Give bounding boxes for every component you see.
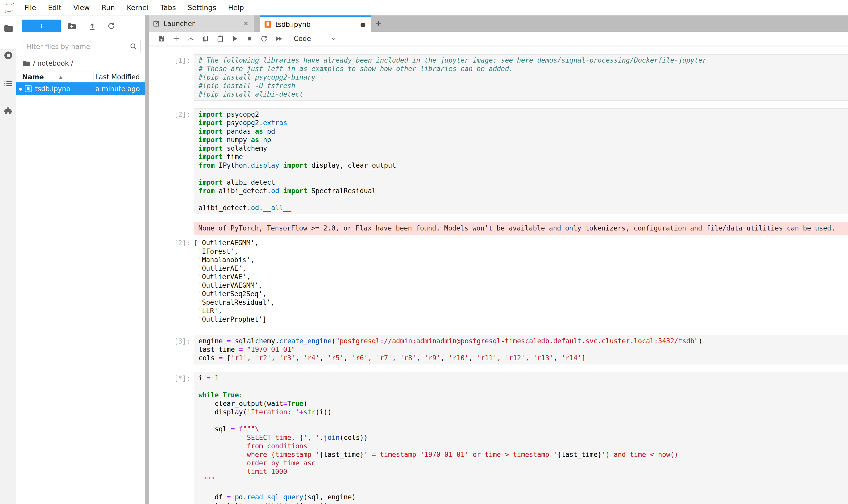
execute-result-text: ['OutlierAEGMM', 'IForest', 'Mahalanobis… <box>194 236 274 324</box>
menu-item-tabs[interactable]: Tabs <box>155 0 182 15</box>
code-line: import numpy as np <box>199 136 848 144</box>
menu-item-kernel[interactable]: Kernel <box>121 0 155 15</box>
cell-output-prompt: [2]: <box>149 236 194 247</box>
notebook-code-cell[interactable]: [3]:engine = sqlalchemy.create_engine("p… <box>149 335 848 364</box>
code-line <box>199 195 848 204</box>
breadcrumb[interactable]: / notebook / <box>22 58 73 69</box>
notebook-content[interactable]: [1]:# The following libraries have alrea… <box>149 46 848 504</box>
new-folder-icon[interactable] <box>67 22 76 30</box>
home-folder-icon[interactable] <box>22 59 30 67</box>
menu-items: FileEditViewRunKernelTabsSettingsHelp <box>19 0 250 15</box>
code-line: # These are just left in as examples to … <box>199 65 848 73</box>
code-line: order by time asc <box>199 459 848 467</box>
cell-type-dropdown[interactable]: Code <box>294 35 337 42</box>
filter-files-input[interactable] <box>22 43 129 51</box>
refresh-icon[interactable] <box>107 22 115 30</box>
table-of-contents-icon[interactable] <box>4 79 13 88</box>
extensions-icon[interactable] <box>4 106 13 115</box>
code-line: cols = ['r1', 'r2', 'r3', 'r4', 'r5', 'r… <box>199 354 848 362</box>
cell-output-area: [2]:['OutlierAEGMM', 'IForest', 'Mahalan… <box>149 236 848 324</box>
unsaved-changes-icon[interactable]: ● <box>359 21 367 28</box>
new-launcher-button[interactable]: + <box>22 20 61 32</box>
plus-icon <box>375 20 382 28</box>
menu-item-view[interactable]: View <box>67 0 95 15</box>
tab-bar: Launcher✕tsdb.ipynb● <box>149 15 848 32</box>
breadcrumb-path: / notebook / <box>33 59 73 67</box>
cell-input-editor[interactable]: import psycopg2import psycopg2.extrasimp… <box>194 108 848 214</box>
file-row-tsdb-ipynb[interactable]: ●tsdb.ipynba minute ago <box>16 83 145 95</box>
cell-input-editor[interactable]: i = 1 while True: clear_output(wait=True… <box>194 372 848 504</box>
close-icon[interactable]: ✕ <box>242 20 250 27</box>
upload-icon[interactable] <box>88 22 96 30</box>
tab-launcher[interactable]: Launcher✕ <box>149 15 254 32</box>
sort-ascending-icon[interactable]: ▲ <box>59 75 62 79</box>
cell-input-editor[interactable]: engine = sqlalchemy.create_engine("postg… <box>194 335 848 364</box>
code-line: SELECT time, {', '.join(cols)} <box>199 433 848 442</box>
chevron-down-icon <box>330 35 337 42</box>
notebook-code-cell[interactable]: [2]:import psycopg2import psycopg2.extra… <box>149 108 848 214</box>
code-line: from conditions <box>199 442 848 450</box>
paste-cells-button[interactable] <box>213 34 228 44</box>
filter-files-box <box>22 40 141 53</box>
code-line <box>199 382 848 391</box>
restart-kernel-button[interactable] <box>257 34 271 44</box>
menu-item-settings[interactable]: Settings <box>182 0 222 15</box>
code-line: clear_output(wait=True) <box>199 399 848 408</box>
cell-type-value: Code <box>294 35 311 42</box>
menu-item-file[interactable]: File <box>19 0 42 15</box>
interrupt-kernel-button[interactable] <box>242 34 257 44</box>
restart-run-all-button[interactable] <box>271 34 286 44</box>
menu-item-help[interactable]: Help <box>222 0 250 15</box>
save-button[interactable] <box>154 34 169 44</box>
kernel-running-dot: ● <box>16 87 24 91</box>
code-line: #!pip install alibi-detect <box>199 90 848 98</box>
running-kernels-icon[interactable] <box>4 51 13 60</box>
file-list-header: Name ▲ Last Modified <box>16 72 145 83</box>
launcher-icon <box>153 20 160 27</box>
code-line: last_time = df['time'].max() <box>199 501 848 504</box>
jupyter-logo-icon <box>3 2 15 14</box>
tab-label: tsdb.ipynb <box>275 21 359 28</box>
code-line: while True: <box>199 391 848 399</box>
tab-tsdb-ipynb[interactable]: tsdb.ipynb● <box>260 15 371 32</box>
file-list: ●tsdb.ipynba minute ago <box>16 83 145 95</box>
file-browser-icon[interactable] <box>4 24 13 33</box>
code-line: sql = f"""\ <box>199 425 848 433</box>
new-tab-button[interactable] <box>371 15 386 32</box>
notebook-code-cell[interactable]: [1]:# The following libraries have alrea… <box>149 54 848 101</box>
code-line: import alibi_detect <box>199 178 848 187</box>
code-line: #!pip install -U tsfresh <box>199 82 848 90</box>
cut-cells-button[interactable]: ✂ <box>183 34 198 44</box>
code-line: df = pd.read_sql_query(sql, engine) <box>199 493 848 501</box>
code-line <box>199 484 848 493</box>
code-line: #!pip install psycopg2-binary <box>199 73 848 82</box>
jupyterlab-window: FileEditViewRunKernelTabsSettingsHelp <box>0 0 848 504</box>
copy-cells-button[interactable] <box>198 34 213 44</box>
code-line: engine = sqlalchemy.create_engine("postg… <box>199 337 848 345</box>
panel-splitter[interactable] <box>145 15 149 504</box>
notebook-toolbar: ✂ Code <box>149 32 848 46</box>
cell-input-prompt: [3]: <box>149 335 194 346</box>
stderr-output: None of PyTorch, TensorFlow >= 2.0, or F… <box>194 222 848 235</box>
cell-input-editor[interactable]: # The following libraries have already b… <box>194 54 848 101</box>
file-browser-panel: + <box>16 15 145 504</box>
code-line: import psycopg2 <box>199 110 848 119</box>
code-line: from alibi_detect.od import SpectralResi… <box>199 187 848 195</box>
notebook-code-cell[interactable]: [*]:i = 1 while True: clear_output(wait=… <box>149 372 848 504</box>
column-last-modified[interactable]: Last Modified <box>95 73 140 81</box>
add-cell-button[interactable] <box>169 34 183 44</box>
column-divider <box>93 73 94 80</box>
code-line: last_time = "1970-01-01" <box>199 345 848 354</box>
menu-item-run[interactable]: Run <box>96 0 121 15</box>
run-cell-button[interactable] <box>228 34 242 44</box>
code-line: # The following libraries have already b… <box>199 56 848 65</box>
menu-item-edit[interactable]: Edit <box>42 0 67 15</box>
code-line: import pandas as pd <box>199 127 848 136</box>
column-name[interactable]: Name <box>16 73 44 81</box>
file-last-modified: a minute ago <box>95 85 140 93</box>
code-line: from IPython.display import display, cle… <box>199 161 848 170</box>
notebook-file-icon <box>264 21 272 28</box>
code-line: where (timestamp '{last_time}' = timesta… <box>199 450 848 459</box>
tab-label: Launcher <box>164 20 242 28</box>
code-line: i = 1 <box>199 374 848 382</box>
